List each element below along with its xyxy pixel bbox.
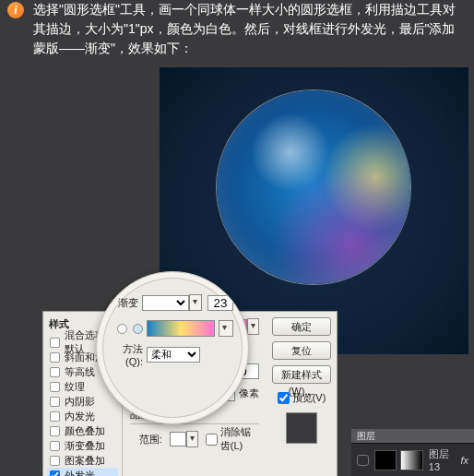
style-option[interactable]: 颜色叠加 (47, 423, 118, 438)
range-label: 范围: (130, 433, 162, 446)
mag-gradient-label: 渐变 (112, 296, 138, 310)
contour-swatch[interactable] (170, 432, 186, 446)
magnifier-content: 渐变 方法(Q): 柔和 (112, 292, 233, 403)
style-option-label: 颜色叠加 (65, 424, 105, 438)
antialias-checkbox[interactable]: 消除锯齿(L) (206, 425, 259, 453)
style-option-label: 等高线 (65, 365, 95, 379)
style-option-checkbox[interactable] (50, 351, 60, 362)
mag-method-label: 方法(Q): (112, 342, 143, 367)
mag-radio-b[interactable] (133, 324, 143, 334)
style-option-label: 图案叠加 (65, 454, 105, 468)
mag-swatch-dropdown-icon[interactable] (219, 320, 233, 337)
style-option-checkbox[interactable] (50, 337, 60, 347)
cancel-button[interactable]: 复位 (272, 341, 331, 360)
style-option-checkbox[interactable] (50, 470, 60, 476)
style-option-checkbox[interactable] (50, 366, 60, 376)
ok-button[interactable]: 确定 (272, 317, 331, 336)
gradient-dropdown-icon[interactable] (247, 318, 259, 335)
new-style-button[interactable]: 新建样式(W)… (272, 365, 331, 384)
preview-checkbox[interactable]: 预览(V) (278, 391, 326, 405)
size-unit: 像素 (239, 387, 259, 400)
info-icon (7, 2, 24, 18)
style-option[interactable]: 图案叠加 (47, 453, 118, 468)
contour-dropdown-icon[interactable] (186, 431, 198, 447)
dialog-buttons: 确定 复位 新建样式(W)… 预览(V) (267, 312, 337, 476)
mag-value-input[interactable] (207, 295, 233, 311)
layers-panel-header: 图层 (351, 429, 474, 443)
style-option-label: 内发光 (65, 410, 95, 423)
sphere-glow (217, 90, 410, 284)
fx-badge: fx (460, 455, 468, 466)
style-option-checkbox[interactable] (50, 381, 60, 391)
style-option[interactable]: 内阴影 (47, 394, 118, 409)
style-option-label: 渐变叠加 (65, 439, 105, 453)
mag-gradient-select[interactable] (142, 295, 189, 311)
style-option-checkbox[interactable] (50, 425, 60, 435)
step-info: 选择"圆形选框"工具，画一个同球体一样大小的圆形选框，利用描边工具对其描边，大小… (0, 0, 474, 65)
preview-thumbnail (286, 412, 317, 444)
mag-gradient-swatch[interactable] (147, 320, 215, 337)
style-option-label: 内阴影 (65, 395, 95, 409)
mag-gradient-dropdown-icon[interactable] (189, 294, 202, 311)
style-option-checkbox[interactable] (50, 411, 60, 421)
step-text: 选择"圆形选框"工具，画一个同球体一样大小的圆形选框，利用描边工具对其描边，大小… (33, 0, 465, 58)
style-option[interactable]: 外发光 (47, 468, 118, 476)
layer-name: 图层 13 (429, 447, 461, 472)
mag-method-select[interactable]: 柔和 (147, 347, 200, 363)
style-option[interactable]: 渐变叠加 (47, 438, 118, 453)
style-option-checkbox[interactable] (50, 455, 60, 465)
style-option-checkbox[interactable] (50, 440, 60, 450)
layer-thumbnail[interactable] (374, 450, 397, 470)
layer-mask-thumbnail[interactable] (400, 450, 422, 470)
style-option[interactable]: 内发光 (47, 409, 118, 423)
style-option-checkbox[interactable] (50, 396, 60, 406)
layers-row[interactable]: 图层 13 fx (351, 443, 474, 476)
style-option-label: 纹理 (65, 380, 85, 394)
mag-radio-a[interactable] (117, 324, 127, 334)
style-option-label: 外发光 (65, 469, 95, 477)
magnifier-lens: 渐变 方法(Q): 柔和 (96, 271, 249, 424)
visibility-toggle-icon[interactable] (357, 455, 369, 466)
